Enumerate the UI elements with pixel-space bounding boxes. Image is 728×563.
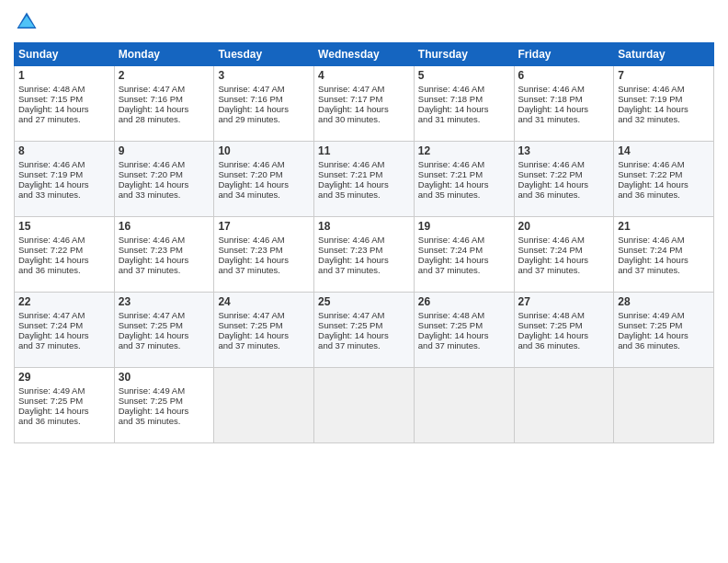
- calendar-cell: 11Sunrise: 4:46 AMSunset: 7:21 PMDayligh…: [314, 142, 415, 217]
- calendar-page: SundayMondayTuesdayWednesdayThursdayFrid…: [0, 0, 728, 563]
- calendar-cell: 7Sunrise: 4:46 AMSunset: 7:19 PMDaylight…: [614, 66, 714, 142]
- cell-line: Daylight: 14 hours: [119, 104, 210, 114]
- cell-line: and 37 minutes.: [119, 265, 210, 275]
- cell-line: Daylight: 14 hours: [418, 104, 510, 114]
- cell-line: Sunset: 7:23 PM: [119, 245, 210, 255]
- cell-line: Daylight: 14 hours: [318, 104, 410, 114]
- day-number: 19: [418, 220, 510, 233]
- calendar-cell: 25Sunrise: 4:47 AMSunset: 7:25 PMDayligh…: [314, 293, 415, 368]
- cell-line: and 37 minutes.: [418, 265, 510, 275]
- day-header-thursday: Thursday: [414, 43, 514, 66]
- cell-line: Sunset: 7:22 PM: [518, 169, 610, 179]
- day-header-friday: Friday: [514, 43, 614, 66]
- calendar-cell: [414, 368, 514, 443]
- cell-line: Daylight: 14 hours: [119, 330, 210, 340]
- calendar-cell: 2Sunrise: 4:47 AMSunset: 7:16 PMDaylight…: [114, 66, 214, 142]
- cell-line: Daylight: 14 hours: [18, 255, 110, 265]
- cell-line: Sunset: 7:16 PM: [218, 94, 310, 104]
- cell-line: and 37 minutes.: [318, 265, 410, 275]
- day-header-wednesday: Wednesday: [314, 43, 415, 66]
- calendar-cell: 27Sunrise: 4:48 AMSunset: 7:25 PMDayligh…: [514, 293, 614, 368]
- cell-line: Sunrise: 4:47 AM: [119, 310, 210, 320]
- cell-line: and 35 minutes.: [318, 190, 410, 200]
- cell-line: Sunrise: 4:46 AM: [318, 235, 410, 245]
- cell-line: Sunrise: 4:46 AM: [618, 235, 710, 245]
- header-row: SundayMondayTuesdayWednesdayThursdayFrid…: [15, 43, 714, 66]
- calendar-cell: 10Sunrise: 4:46 AMSunset: 7:20 PMDayligh…: [214, 142, 314, 217]
- day-number: 9: [119, 144, 210, 157]
- day-number: 18: [318, 220, 410, 233]
- cell-line: and 27 minutes.: [18, 114, 110, 124]
- cell-line: Daylight: 14 hours: [218, 104, 310, 114]
- cell-line: Sunrise: 4:46 AM: [618, 159, 710, 169]
- cell-line: Sunrise: 4:46 AM: [18, 235, 110, 245]
- calendar-cell: [614, 368, 714, 443]
- cell-line: and 32 minutes.: [618, 114, 710, 124]
- calendar-cell: 4Sunrise: 4:47 AMSunset: 7:17 PMDaylight…: [314, 66, 415, 142]
- cell-line: Sunset: 7:18 PM: [518, 94, 610, 104]
- cell-line: Sunrise: 4:46 AM: [418, 235, 510, 245]
- calendar-cell: 1Sunrise: 4:48 AMSunset: 7:15 PMDaylight…: [15, 66, 115, 142]
- cell-line: Sunset: 7:19 PM: [18, 169, 110, 179]
- calendar-cell: [514, 368, 614, 443]
- cell-line: and 33 minutes.: [18, 190, 110, 200]
- calendar-cell: 3Sunrise: 4:47 AMSunset: 7:16 PMDaylight…: [214, 66, 314, 142]
- cell-line: Sunset: 7:20 PM: [119, 169, 210, 179]
- cell-line: Daylight: 14 hours: [18, 104, 110, 114]
- cell-line: Sunset: 7:24 PM: [18, 320, 110, 330]
- day-header-saturday: Saturday: [614, 43, 714, 66]
- cell-line: Sunrise: 4:47 AM: [18, 310, 110, 320]
- calendar-cell: 26Sunrise: 4:48 AMSunset: 7:25 PMDayligh…: [414, 293, 514, 368]
- cell-line: Sunset: 7:15 PM: [18, 94, 110, 104]
- cell-line: Sunset: 7:25 PM: [119, 320, 210, 330]
- cell-line: Sunrise: 4:46 AM: [318, 159, 410, 169]
- day-number: 4: [318, 69, 410, 82]
- calendar-week-2: 8Sunrise: 4:46 AMSunset: 7:19 PMDaylight…: [15, 142, 714, 217]
- cell-line: and 35 minutes.: [119, 416, 210, 426]
- cell-line: and 29 minutes.: [218, 114, 310, 124]
- cell-line: Daylight: 14 hours: [318, 179, 410, 190]
- day-header-tuesday: Tuesday: [214, 43, 314, 66]
- cell-line: and 37 minutes.: [618, 265, 710, 275]
- cell-line: and 31 minutes.: [418, 114, 510, 124]
- day-number: 17: [218, 220, 310, 233]
- calendar-cell: 9Sunrise: 4:46 AMSunset: 7:20 PMDaylight…: [114, 142, 214, 217]
- cell-line: Sunrise: 4:49 AM: [618, 310, 710, 320]
- day-number: 13: [518, 144, 610, 157]
- cell-line: Sunset: 7:16 PM: [119, 94, 210, 104]
- calendar-cell: 14Sunrise: 4:46 AMSunset: 7:22 PMDayligh…: [614, 142, 714, 217]
- day-number: 25: [318, 295, 410, 308]
- calendar-cell: 21Sunrise: 4:46 AMSunset: 7:24 PMDayligh…: [614, 217, 714, 293]
- cell-line: and 36 minutes.: [518, 340, 610, 350]
- cell-line: Daylight: 14 hours: [518, 330, 610, 340]
- logo-icon: [14, 9, 40, 35]
- day-number: 24: [218, 295, 310, 308]
- cell-line: and 37 minutes.: [318, 340, 410, 350]
- day-number: 2: [119, 69, 210, 82]
- cell-line: Sunset: 7:24 PM: [518, 245, 610, 255]
- cell-line: Daylight: 14 hours: [418, 255, 510, 265]
- day-header-sunday: Sunday: [15, 43, 115, 66]
- cell-line: and 37 minutes.: [119, 340, 210, 350]
- cell-line: Sunrise: 4:47 AM: [218, 84, 310, 94]
- day-number: 12: [418, 144, 510, 157]
- cell-line: Sunrise: 4:48 AM: [18, 84, 110, 94]
- cell-line: Sunset: 7:17 PM: [318, 94, 410, 104]
- cell-line: Daylight: 14 hours: [318, 330, 410, 340]
- calendar-cell: 19Sunrise: 4:46 AMSunset: 7:24 PMDayligh…: [414, 217, 514, 293]
- day-number: 3: [218, 69, 310, 82]
- cell-line: and 37 minutes.: [218, 340, 310, 350]
- cell-line: Sunrise: 4:46 AM: [218, 159, 310, 169]
- calendar-cell: [314, 368, 415, 443]
- cell-line: Sunrise: 4:46 AM: [518, 159, 610, 169]
- cell-line: Daylight: 14 hours: [18, 179, 110, 190]
- cell-line: Sunset: 7:20 PM: [218, 169, 310, 179]
- header: [14, 9, 714, 35]
- cell-line: Sunset: 7:24 PM: [618, 245, 710, 255]
- cell-line: Sunrise: 4:46 AM: [618, 84, 710, 94]
- calendar-week-5: 29Sunrise: 4:49 AMSunset: 7:25 PMDayligh…: [15, 368, 714, 443]
- day-number: 16: [119, 220, 210, 233]
- cell-line: Sunset: 7:22 PM: [18, 245, 110, 255]
- calendar-cell: 28Sunrise: 4:49 AMSunset: 7:25 PMDayligh…: [614, 293, 714, 368]
- day-number: 28: [618, 295, 710, 308]
